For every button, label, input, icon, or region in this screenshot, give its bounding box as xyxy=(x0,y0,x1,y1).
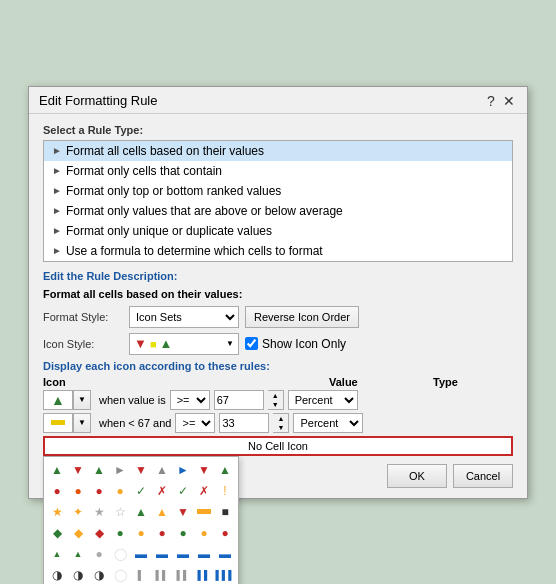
popup-icon-half-circle2[interactable]: ◑ xyxy=(68,565,88,585)
popup-icon-green-c2[interactable]: ● xyxy=(173,523,193,543)
popup-icon-red-down[interactable]: ▼ xyxy=(68,460,88,480)
popup-icon-bar1[interactable]: ▲ xyxy=(47,544,67,564)
popup-icon-gray-bar1[interactable]: ▌ xyxy=(131,565,151,585)
show-icon-only-checkbox[interactable] xyxy=(245,337,258,350)
popup-icon-blue-bar6[interactable]: ▌▌ xyxy=(194,565,214,585)
format-all-cells-desc: Format all cells based on their values: xyxy=(43,288,513,300)
help-icon[interactable]: ? xyxy=(483,93,499,109)
popup-icon-red-circle[interactable]: ● xyxy=(47,481,67,501)
popup-icon-red-x2[interactable]: ✗ xyxy=(194,481,214,501)
icon-cell-0: ▲ ▼ xyxy=(43,390,91,410)
icon-cell-1: ▼ xyxy=(43,413,91,433)
no-cell-icon-row[interactable]: No Cell Icon xyxy=(43,436,513,456)
type-select-0[interactable]: Percent Number Formula Percentile xyxy=(288,390,358,410)
popup-icon-red-dia[interactable]: ◆ xyxy=(89,523,109,543)
format-style-label: Format Style: xyxy=(43,311,123,323)
value-input-0[interactable] xyxy=(214,390,264,410)
cond-text-0: when value is xyxy=(99,394,166,406)
popup-icon-red-tri-down[interactable]: ▼ xyxy=(173,502,193,522)
popup-icon-red-x[interactable]: ✗ xyxy=(152,481,172,501)
popup-icon-yellow-tri[interactable]: ▲ xyxy=(152,502,172,522)
popup-icon-yellow-minus2[interactable] xyxy=(197,509,211,514)
popup-icon-blue-bar4[interactable]: ▬ xyxy=(194,544,214,564)
popup-icon-exclaim[interactable]: ! xyxy=(215,481,235,501)
popup-icon-orange-circle[interactable]: ● xyxy=(68,481,88,501)
popup-icon-blue-down[interactable]: ▼ xyxy=(194,460,214,480)
popup-icon-blue-bar5[interactable]: ▬ xyxy=(215,544,235,564)
close-icon[interactable]: ✕ xyxy=(501,93,517,109)
icon-red-down: ▼ xyxy=(134,336,147,351)
popup-icon-gray-bar2[interactable]: ▌▌ xyxy=(152,565,172,585)
cancel-button[interactable]: Cancel xyxy=(453,464,513,488)
popup-icon-blue-right[interactable]: ► xyxy=(173,460,193,480)
select-rule-label: Select a Rule Type: xyxy=(43,124,513,136)
popup-icon-yellow-c[interactable]: ● xyxy=(131,523,151,543)
icon-preview-1 xyxy=(43,413,73,433)
popup-icon-yellow-up[interactable]: ▲ xyxy=(89,460,109,480)
popup-icon-circle-e[interactable]: ◯ xyxy=(110,544,130,564)
rule-item-0[interactable]: ► Format all cells based on their values xyxy=(44,141,512,161)
popup-icon-red-c2[interactable]: ● xyxy=(215,523,235,543)
col-header-type: Type xyxy=(433,376,513,388)
popup-icon-green-check2[interactable]: ✓ xyxy=(173,481,193,501)
format-style-select[interactable]: Icon Sets 2-Color Scale 3-Color Scale Da… xyxy=(129,306,239,328)
popup-icon-gray-up3[interactable]: ▲ xyxy=(215,460,235,480)
rule-item-5[interactable]: ► Use a formula to determine which cells… xyxy=(44,241,512,261)
popup-icon-green-dia[interactable]: ◆ xyxy=(47,523,67,543)
popup-icon-yellow-circle[interactable]: ● xyxy=(110,481,130,501)
value-input-1[interactable] xyxy=(219,413,269,433)
popup-icon-gray-right[interactable]: ► xyxy=(110,460,130,480)
popup-icon-circle-h[interactable]: ● xyxy=(89,544,109,564)
value-spinner-0: ▲ ▼ xyxy=(268,390,284,410)
popup-icon-empty-star2[interactable]: ☆ xyxy=(110,502,130,522)
icon-dropdown-0[interactable]: ▼ xyxy=(73,390,91,410)
popup-icon-blue-bar3[interactable]: ▬ xyxy=(173,544,193,564)
popup-icon-red-c[interactable]: ● xyxy=(152,523,172,543)
popup-icon-red-circle2[interactable]: ● xyxy=(89,481,109,501)
spin-down-0[interactable]: ▼ xyxy=(268,400,283,409)
operator-select-0[interactable]: >= > < <= xyxy=(170,390,210,410)
popup-icon-blue-bar2[interactable]: ▬ xyxy=(152,544,172,564)
popup-icon-empty-circle[interactable]: ◯ xyxy=(110,565,130,585)
ok-button[interactable]: OK xyxy=(387,464,447,488)
reverse-icon-order-button[interactable]: Reverse Icon Order xyxy=(245,306,359,328)
popup-icon-half-circle3[interactable]: ◑ xyxy=(89,565,109,585)
popup-icon-gold-star[interactable]: ★ xyxy=(47,502,67,522)
spin-up-0[interactable]: ▲ xyxy=(268,391,283,400)
rule-item-4[interactable]: ► Format only unique or duplicate values xyxy=(44,221,512,241)
icon-rule-row-2-container: No Cell Icon ▲ ▼ ▲ ► ▼ ▲ ► ▼ ▲ ● xyxy=(43,436,513,456)
popup-icon-green-check[interactable]: ✓ xyxy=(131,481,151,501)
rule-item-1[interactable]: ► Format only cells that contain xyxy=(44,161,512,181)
popup-icon-blue-bar7[interactable]: ▌▌▌ xyxy=(215,565,235,585)
popup-icon-green-tri[interactable]: ▲ xyxy=(131,502,151,522)
icon-style-preview[interactable]: ▼ ■ ▲ ▼ xyxy=(129,333,239,355)
rule-item-label-5: Use a formula to determine which cells t… xyxy=(66,244,323,258)
popup-icon-gray-bar3[interactable]: ▌▌ xyxy=(173,565,193,585)
popup-icon-blue-bar1[interactable]: ▬ xyxy=(131,544,151,564)
rule-item-2[interactable]: ► Format only top or bottom ranked value… xyxy=(44,181,512,201)
green-up-arrow-icon: ▲ xyxy=(51,392,65,408)
popup-icon-black-sq[interactable]: ■ xyxy=(215,502,235,522)
popup-icon-gray-up2[interactable]: ▲ xyxy=(152,460,172,480)
show-icon-only-label: Show Icon Only xyxy=(262,337,346,351)
rule-item-3[interactable]: ► Format only values that are above or b… xyxy=(44,201,512,221)
popup-icon-half-circle[interactable]: ◑ xyxy=(47,565,67,585)
col-header-value: Value xyxy=(329,376,429,388)
rule-bullet-2: ► xyxy=(52,185,62,196)
popup-icon-empty-star[interactable]: ★ xyxy=(89,502,109,522)
popup-icon-yellow-c2[interactable]: ● xyxy=(194,523,214,543)
spin-up-1[interactable]: ▲ xyxy=(273,414,288,423)
operator-select-1[interactable]: >= > < <= xyxy=(175,413,215,433)
type-select-1[interactable]: Percent Number Formula Percentile xyxy=(293,413,363,433)
popup-icon-green-c[interactable]: ● xyxy=(110,523,130,543)
popup-icon-bar2[interactable]: ▲ xyxy=(68,544,88,564)
spin-down-1[interactable]: ▼ xyxy=(273,423,288,432)
popup-icon-red-down2[interactable]: ▼ xyxy=(131,460,151,480)
popup-icon-green-up[interactable]: ▲ xyxy=(47,460,67,480)
popup-icon-yellow-dia[interactable]: ◆ xyxy=(68,523,88,543)
popup-row-4: ▲ ▲ ● ◯ ▬ ▬ ▬ ▬ ▬ xyxy=(47,544,235,564)
icon-dropdown-1[interactable]: ▼ xyxy=(73,413,91,433)
popup-row-5: ◑ ◑ ◑ ◯ ▌ ▌▌ ▌▌ ▌▌ ▌▌▌ xyxy=(47,565,235,585)
popup-icon-half-star[interactable]: ✦ xyxy=(68,502,88,522)
title-bar-icons: ? ✕ xyxy=(483,93,517,109)
